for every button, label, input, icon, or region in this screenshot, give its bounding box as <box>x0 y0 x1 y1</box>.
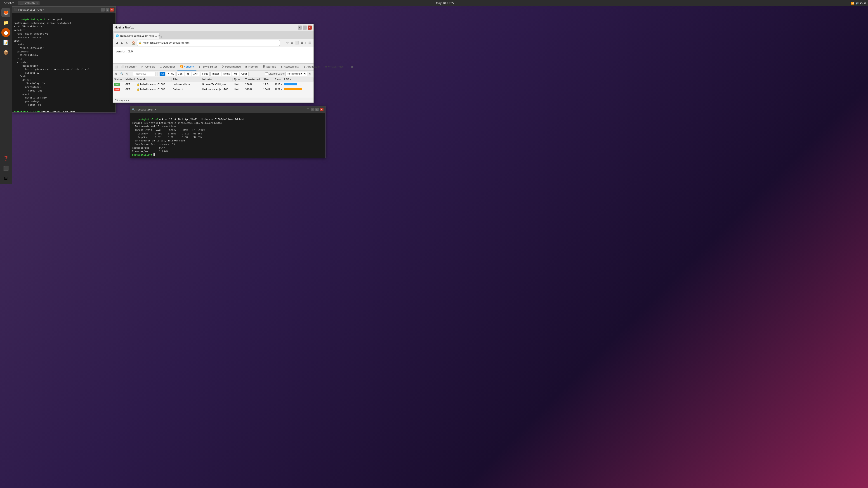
devtools-tab-inspector[interactable]: ⬜ Inspector <box>119 64 139 70</box>
terminal-bottom-close[interactable]: ✕ <box>320 108 323 111</box>
firefox-titlebar: Mozilla Firefox − □ ✕ <box>113 24 313 31</box>
taskbar-terminal-app[interactable]: ⬛ Terminal ▾ <box>18 1 39 5</box>
sidebar-icon-firefox[interactable]: 🦊 <box>1 8 10 17</box>
devtools-tab-application[interactable]: ⊞ Application <box>301 64 323 70</box>
devtools-tab-whats-new[interactable]: ★ What's New <box>323 64 329 70</box>
firefox-window-controls: − □ ✕ <box>298 26 312 30</box>
devtools-tab-memory[interactable]: ◉ Memory <box>243 64 260 70</box>
nav-back-button[interactable]: ◀ <box>115 41 119 45</box>
term-cmd-2: kubectl apply -f vs.yaml <box>41 110 75 112</box>
nav-menu-button[interactable]: ☰ <box>308 41 312 45</box>
application-icon: ⊞ <box>304 65 306 68</box>
nav-sync-button[interactable]: ↕ <box>305 41 307 45</box>
firefox-tab-bar: 🌐 hello.lizhe.com:31380/hello... ✕ + <box>113 31 313 39</box>
row1-method: GET <box>124 83 135 86</box>
term-line-21: value: 100 <box>14 89 42 92</box>
footer-requests: 2 requests <box>117 99 129 101</box>
nav-star-button[interactable]: ★ <box>290 41 294 45</box>
term-line-20: percentage: <box>14 86 41 88</box>
filter-btn-js[interactable]: JS <box>185 72 191 76</box>
taskbar: Activities ⬛ Terminal ▾ May 18 12:22 📶 🔊… <box>0 0 329 6</box>
network-gear-button[interactable]: ⚙ <box>308 72 312 76</box>
nav-devtools-button[interactable]: ⚒ <box>300 41 304 45</box>
filter-btn-images[interactable]: Images <box>211 72 221 76</box>
network-filter-input[interactable] <box>133 72 156 76</box>
term-bottom-line-3: Thread Stats Avg Stdev Max +/- Stdev <box>132 129 205 131</box>
row1-transferred: 256 B <box>244 83 262 86</box>
row1-waterfall <box>282 83 313 86</box>
filter-btn-ws[interactable]: WS <box>232 72 239 76</box>
firefox-new-tab[interactable]: + <box>159 35 164 39</box>
network-tab-icon: 📶 <box>180 65 183 68</box>
row1-type: html <box>232 83 244 86</box>
firefox-tab-active[interactable]: 🌐 hello.lizhe.com:31380/hello... ✕ <box>114 33 159 39</box>
network-clear-button[interactable]: 🗑 <box>114 72 119 76</box>
sidebar-icon-notes[interactable]: 📝 <box>1 38 10 47</box>
term-prompt-2: root@istio1:~/ver# <box>14 110 41 112</box>
row2-file: favicon.ico <box>172 88 201 91</box>
row2-type: html <box>232 88 244 91</box>
sidebar-icon-files[interactable]: 📁 <box>1 18 10 27</box>
console-label: Console <box>145 65 155 68</box>
filter-btn-media[interactable]: Media <box>222 72 231 76</box>
style-editor-label: Style Editor <box>203 65 217 68</box>
network-row-1[interactable]: 200 GET 🔒 hello.lizhe.com:31380 hellowor… <box>113 82 313 87</box>
devtools-tab-style-editor[interactable]: {} Style Editor <box>196 64 219 70</box>
network-row-2[interactable]: 404 GET 🔒 hello.lizhe.com:31380 favicon.… <box>113 87 313 92</box>
sidebar-icon-terminal[interactable]: ⬛ <box>1 164 10 173</box>
sidebar-icon-help[interactable]: ❓ <box>1 154 10 163</box>
urlbar[interactable]: 🔒 hello.lizhe.com:31380/helloworld.html <box>137 40 280 46</box>
nav-reload-button[interactable]: ↻ <box>125 41 129 45</box>
row2-waterfall <box>282 88 313 91</box>
sidebar-icon-ubuntu[interactable]: ● <box>1 28 10 37</box>
firefox-maximize[interactable]: □ <box>303 26 307 30</box>
col-header-time: 0 ms <box>273 78 282 80</box>
urlbar-lock-icon: 🔒 <box>138 41 142 44</box>
devtools-tab-storage[interactable]: 🗄 Storage <box>260 64 278 70</box>
sidebar-icon-software[interactable]: 📦 <box>1 48 10 57</box>
devtools-tab-accessibility[interactable]: ♿ Accessibility <box>278 64 302 70</box>
activities-button[interactable]: Activities <box>2 1 16 5</box>
terminal-left-minimize[interactable]: − <box>101 8 105 11</box>
filter-btn-other[interactable]: Other <box>240 72 249 76</box>
devtools-tab-console[interactable]: >_ Console <box>139 64 157 70</box>
network-settings-button[interactable]: ⚙ <box>125 72 129 76</box>
devtools-pick-element[interactable]: ⬜ <box>114 65 119 69</box>
terminal-left-maximize[interactable]: □ <box>105 8 109 11</box>
filter-btn-fonts[interactable]: Fonts <box>201 72 210 76</box>
firefox-tab-title: hello.lizhe.com:31380/hello... <box>120 34 157 37</box>
term-prompt-1: root@istio1:~/ver# <box>20 18 46 21</box>
throttle-select[interactable]: No Throttling ▾ <box>285 72 307 76</box>
nav-container-button[interactable]: ⬜ <box>294 41 300 45</box>
nav-home-button[interactable]: 🏠 <box>130 41 136 45</box>
terminal-bottom-maximize[interactable]: □ <box>315 108 319 111</box>
nav-forward-button[interactable]: ▶ <box>120 41 124 45</box>
nav-overflow-button[interactable]: ⋯ <box>281 41 285 45</box>
term-bottom-cmd-1: wrk -c 10 -t 10 http://hello.lizhe.com:3… <box>159 118 245 121</box>
term-line-15: host: nginx-service.version.svc.cluster.… <box>14 68 90 70</box>
devtools-tab-performance[interactable]: ⏱ Performance <box>219 64 243 70</box>
nav-bookmark-button[interactable]: ☆ <box>285 41 289 45</box>
term-line-8: hosts: <box>14 43 25 46</box>
filter-btn-xhr[interactable]: XHR <box>192 72 200 76</box>
devtools-tab-debugger[interactable]: ⬡ Debugger <box>158 64 178 70</box>
sidebar-icon-grid[interactable]: ⊞ <box>1 173 10 183</box>
terminal-left-icon: ⬛ <box>14 8 17 11</box>
firefox-close[interactable]: ✕ <box>308 26 312 30</box>
domain-icon-2: 🔒 <box>137 88 140 91</box>
term-bottom-line-5: Req/Sec 0.07 0.26 1.00 92.63% <box>132 136 202 138</box>
filter-btn-all[interactable]: All <box>160 72 165 76</box>
term-cursor <box>153 153 155 156</box>
network-search-button[interactable]: 🔍 <box>119 72 124 76</box>
sidebar: 🦊 📁 ● 📝 📦 ❓ ⬛ ⊞ <box>0 6 12 184</box>
filter-btn-html[interactable]: HTML <box>166 72 176 76</box>
terminal-left-close[interactable]: ✕ <box>110 8 114 11</box>
firefox-minimize[interactable]: − <box>298 26 302 30</box>
storage-label: Storage <box>266 65 276 68</box>
devtools-tab-network[interactable]: 📶 Network <box>178 64 196 70</box>
terminal-bottom-minimize[interactable]: − <box>311 108 314 111</box>
disable-cache-checkbox[interactable] <box>265 72 268 75</box>
terminal-left-titlebar: ⬛ root@istio1: ~/ver − □ ✕ <box>12 6 116 13</box>
term-line-9: - "hello.lizhe.com" <box>14 46 44 49</box>
filter-btn-css[interactable]: CSS <box>176 72 184 76</box>
